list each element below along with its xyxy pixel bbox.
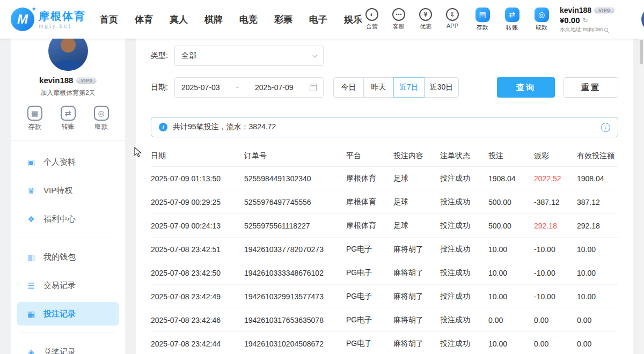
profile-icon: ▣ [26, 158, 36, 166]
address-line: 永久地址:mgty.bet [560, 26, 636, 33]
quick-date-4[interactable]: 近30日 [424, 77, 459, 98]
header-action-withdraw[interactable]: ◎取款 [532, 8, 551, 32]
app-icon: ⇩ [446, 8, 459, 21]
quick-date-1[interactable]: 今日 [333, 77, 364, 98]
nav-item-3[interactable]: 真人 [170, 13, 188, 26]
user-block: kevin188 VIP0 ¥0.00 ↻ 永久地址:mgty.bet [560, 6, 636, 33]
quick-date-group: 今日昨天近7日近30日 [333, 77, 459, 98]
table-row: 2025-07-09 01:13:505255984491302340摩根体育足… [151, 167, 618, 190]
table-row: 2025-07-09 00:29:255255976497745556摩根体育足… [151, 190, 618, 214]
header-wallet-actions: ▤存款⇄转账◎取款 [473, 8, 551, 32]
nav-item-5[interactable]: 电竞 [239, 13, 258, 26]
bet-records-icon: ▦ [26, 310, 36, 318]
main-nav: 首页体育真人棋牌电竞彩票电子娱乐 [100, 13, 362, 26]
search-button[interactable]: 查询 [497, 77, 555, 98]
expand-icon[interactable]: ↓ [601, 123, 610, 132]
deposit-icon: ▤ [27, 106, 42, 121]
sidebar-wallet-actions: ▤存款⇄转账◎取款 [11, 106, 125, 141]
summary-banner: i 共计95笔投注，流水：3824.72 ↓ [151, 117, 618, 137]
withdraw-icon: ◎ [535, 8, 549, 22]
vip-badge: VIP0 [594, 7, 614, 14]
sidebar-item-welfare[interactable]: ❖福利中心 [17, 207, 119, 231]
vip-icon: ♛ [26, 187, 36, 195]
main-panel: 类型: 全部 日期: 2025-07-03 - 2025-07-09 今日昨天近… [136, 39, 633, 354]
nav-item-4[interactable]: 棋牌 [204, 13, 223, 26]
menu-divider [19, 333, 116, 333]
sidebar-item-transactions[interactable]: ☰交易记录 [17, 274, 119, 297]
logo-text: 摩根体育 mgty.bet [39, 10, 86, 29]
balance: ¥0.00 [560, 16, 580, 25]
table-row: 2025-07-08 23:42:461942610317653635078PG… [151, 308, 618, 332]
withdraw-icon: ◎ [94, 106, 109, 121]
date-range-picker[interactable]: 2025-07-03 - 2025-07-09 [174, 77, 324, 98]
sidebar-item-wallet[interactable]: ▥我的钱包 [17, 245, 119, 269]
type-label: 类型: [151, 51, 168, 61]
sidebar-username: kevin188 [39, 76, 73, 85]
nav-item-2[interactable]: 体育 [135, 13, 153, 26]
table-row: 2025-07-09 00:24:135255975561118227摩根体育足… [151, 214, 618, 238]
deposit-icon: ▤ [475, 8, 490, 22]
sidebar-item-profile[interactable]: ▣个人资料 [17, 150, 119, 174]
sidebar-item-bet-records[interactable]: ▦投注记录 [17, 302, 119, 326]
header: M✦ 摩根体育 mgty.bet 首页体育真人棋牌电竞彩票电子娱乐 ◐合营⋯客服… [0, 0, 644, 39]
header-link-promo[interactable]: ¥优惠 [416, 8, 435, 31]
partner-icon: ◐ [365, 8, 378, 21]
table-row: 2025-07-08 23:42:441942610310204508672PG… [151, 332, 618, 354]
sidebar: kevin188 VIP0 加入摩根体育第2天 ▤存款⇄转账◎取款 ▣个人资料♛… [11, 39, 125, 354]
table-row: 2025-07-08 23:42:511942610337782070273PG… [151, 238, 618, 261]
balance-line: ¥0.00 ↻ [560, 16, 636, 25]
welfare-icon: ❖ [26, 215, 36, 223]
table-body: 2025-07-09 01:13:505255984491302340摩根体育足… [151, 167, 618, 354]
nav-item-1[interactable]: 首页 [100, 13, 118, 26]
header-link-partner[interactable]: ◐合营 [362, 8, 382, 31]
header-link-app[interactable]: ⇩APP [443, 8, 462, 31]
logo-subtitle: mgty.bet [39, 23, 86, 29]
sidebar-joined-text: 加入摩根体育第2天 [11, 88, 125, 98]
sidebar-vip-badge: VIP0 [76, 77, 97, 84]
table-row: 2025-07-08 23:42:501942610333348676102PG… [151, 261, 618, 285]
date-start: 2025-07-03 [181, 83, 220, 92]
date-label: 日期: [151, 83, 168, 92]
chevron-down-icon [312, 52, 317, 57]
username: kevin188 [560, 6, 591, 15]
transfer-icon: ⇄ [505, 8, 519, 22]
transfer-icon: ⇄ [61, 106, 76, 121]
sidebar-action-withdraw[interactable]: ◎取款 [92, 106, 111, 131]
summary-text: 共计95笔投注，流水：3824.72 [173, 122, 276, 132]
user-avatar[interactable] [641, 7, 644, 32]
quick-date-2[interactable]: 昨天 [363, 77, 394, 98]
refresh-balance-icon[interactable]: ↻ [583, 17, 588, 24]
sidebar-item-vip[interactable]: ♛VIP特权 [17, 179, 119, 202]
prize-icon: ◈ [26, 348, 36, 354]
permanent-address: 永久地址:mgty.bet [560, 26, 603, 33]
table-header: 日期订单号平台投注内容注单状态投注派彩有效投注额 [151, 145, 618, 167]
scrollbar-thumb[interactable] [640, 40, 643, 64]
header-action-transfer[interactable]: ⇄转账 [502, 8, 522, 32]
sidebar-item-prize[interactable]: ◈兑奖记录 [17, 340, 119, 354]
service-icon: ⋯ [392, 8, 405, 21]
nav-item-6[interactable]: 彩票 [274, 13, 292, 26]
quick-date-3[interactable]: 近7日 [393, 77, 425, 98]
magnifier-icon[interactable] [604, 28, 608, 32]
sidebar-action-transfer[interactable]: ⇄转账 [58, 106, 78, 131]
logo-title: 摩根体育 [39, 10, 86, 22]
menu-divider [19, 238, 116, 238]
logo[interactable]: M✦ 摩根体育 mgty.bet [11, 8, 86, 31]
logo-icon: M✦ [11, 8, 34, 31]
type-select[interactable]: 全部 [174, 46, 324, 66]
user-line: kevin188 VIP0 [560, 6, 636, 15]
quick-links: ◐合营⋯客服¥优惠⇩APP [362, 8, 462, 31]
scrollbar[interactable] [639, 39, 644, 354]
nav-item-7[interactable]: 电子 [309, 13, 327, 26]
header-link-service[interactable]: ⋯客服 [389, 8, 408, 31]
transactions-icon: ☰ [26, 282, 36, 290]
sidebar-action-deposit[interactable]: ▤存款 [25, 106, 45, 131]
wallet-icon: ▥ [26, 253, 36, 261]
reset-button[interactable]: 重置 [564, 77, 618, 98]
sidebar-menu: ▣个人资料♛VIP特权❖福利中心▥我的钱包☰交易记录▦投注记录◈兑奖记录 [11, 150, 125, 354]
date-separator: - [236, 83, 239, 92]
header-action-deposit[interactable]: ▤存款 [473, 8, 492, 32]
table-row: 2025-07-08 23:42:491942610329913577473PG… [151, 285, 618, 308]
nav-item-8[interactable]: 娱乐 [344, 13, 362, 26]
bet-records-table: 日期订单号平台投注内容注单状态投注派彩有效投注额 2025-07-09 01:1… [151, 145, 618, 354]
